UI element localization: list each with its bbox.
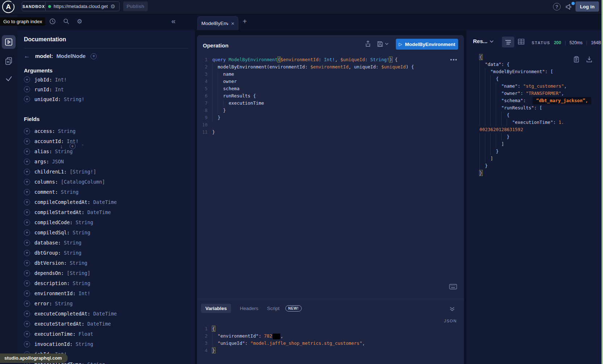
code-line[interactable]: { [480,54,599,61]
response-dropdown-chevron-icon[interactable] [490,40,494,43]
table-view-toggle[interactable] [518,39,524,45]
doc-field-row[interactable]: +args:JSON [24,156,190,167]
doc-field-row[interactable]: +dbtVersion:String [24,258,190,268]
code-line[interactable]: } [480,133,599,141]
code-line[interactable]: ] [480,141,599,148]
tab-headers[interactable]: Headers [240,306,258,311]
add-field-icon[interactable]: + [24,240,30,246]
code-line[interactable]: } [480,170,599,177]
code-line[interactable]: } [480,162,599,170]
tab-variables[interactable]: Variables [201,304,231,313]
raw-view-toggle[interactable] [502,37,514,47]
code-line[interactable]: "owner": "TRANSFORMER", [480,90,599,97]
code-line[interactable]: 1{ [197,325,451,332]
code-line[interactable]: "runResults": [ [480,104,599,112]
settings-gear-icon[interactable]: ⚙ [77,18,82,25]
code-line[interactable]: { [480,112,599,119]
collapse-panel-icon[interactable]: « [171,17,176,25]
code-line[interactable]: "executionTime": 1. [480,119,599,126]
add-field-icon[interactable]: + [24,169,30,175]
add-field-icon[interactable]: + [24,128,30,134]
tab-close-icon[interactable]: × [231,21,234,26]
add-field-icon[interactable]: + [24,270,30,276]
code-line[interactable]: 4} [197,347,451,354]
new-tab-icon[interactable]: + [243,17,247,26]
add-field-icon[interactable]: + [24,209,30,216]
code-line[interactable]: 3"uniqueId": "model.jaffle_shop_metrics.… [197,340,451,347]
schema-diff-rail-item[interactable] [5,57,13,66]
doc-field-row[interactable]: +description:String [24,278,190,288]
login-button[interactable]: Log in [575,1,599,12]
doc-field-row[interactable]: +runId:Int [24,84,190,94]
doc-field-row[interactable]: +dependsOn:[String] [24,268,190,278]
collapse-variables-icon[interactable] [449,306,455,311]
code-line[interactable]: "schema": “dbt_mary_jackson”, [480,97,599,104]
code-line[interactable]: 9} [197,114,451,121]
doc-field-row[interactable]: +executeCompletedAt:DateTime [24,309,190,319]
doc-field-row[interactable]: +compiledCode:String [24,217,190,227]
run-operation-button[interactable]: ▷ ModelByEnvironment [396,39,458,50]
code-line[interactable]: 3name [197,71,451,78]
add-field-icon[interactable]: + [24,280,30,286]
variables-editor[interactable]: 1{2"environmentId": 782,3"uniqueId": "mo… [197,325,451,354]
add-field-icon[interactable]: + [24,189,30,195]
doc-field-row[interactable]: +database:String [24,238,190,248]
code-line[interactable]: "data": { [480,61,599,68]
add-field-icon[interactable]: + [24,219,30,226]
add-field-icon[interactable]: + [24,138,30,145]
doc-field-row[interactable]: +access:String [24,126,190,136]
checks-rail-item[interactable] [5,75,13,82]
code-line[interactable]: { [480,75,599,83]
code-line[interactable]: 5schema [197,85,451,92]
doc-field-row[interactable]: +error:String [24,298,190,309]
code-line[interactable]: } [480,148,599,155]
code-line[interactable]: 10 [197,121,451,129]
response-json[interactable]: {"data": {"modelByEnvironment": [{"name"… [480,54,599,177]
code-line[interactable]: 8} [197,107,451,114]
add-field-icon[interactable]: + [24,179,30,185]
endpoint-settings-icon[interactable]: ⚙ [110,4,115,9]
doc-field-row[interactable]: +uniqueId:String! [24,94,190,104]
announcements-icon[interactable] [565,3,574,12]
add-field-icon[interactable]: + [24,199,30,205]
doc-field-row[interactable]: +dbtGroup:String [24,248,190,258]
tab-script[interactable]: Script [267,306,280,311]
code-line[interactable]: 1query ModelByEnvironment($environmentId… [197,56,451,63]
add-to-query-icon[interactable]: + [91,53,97,59]
save-icon[interactable] [377,41,389,47]
keyboard-shortcuts-icon[interactable] [449,284,457,289]
code-line[interactable]: 4owner [197,78,451,85]
code-line[interactable]: 11} [197,129,451,136]
editor-more-menu-icon[interactable]: ••• [450,57,458,63]
code-line[interactable]: "name": "stg_customers", [480,83,599,90]
endpoint-url-bar[interactable]: https://metadata.cloud.get ⚙ [45,1,120,11]
code-line[interactable]: 2modelByEnvironment(environmentId: $envi… [197,63,451,71]
endpoint-url[interactable]: https://metadata.cloud.get [54,4,108,9]
add-field-icon[interactable]: + [24,321,30,327]
doc-field-row[interactable]: +executeStartedAt:DateTime [24,319,190,329]
code-line[interactable]: 7executionTime [197,100,451,107]
add-field-icon[interactable]: + [24,159,30,165]
code-line[interactable]: 0023620128631592 [480,126,599,133]
add-field-icon[interactable]: + [24,341,30,347]
code-line[interactable]: "modelByEnvironment": [ [480,68,599,75]
doc-field-row[interactable]: +executionTime:Float [24,329,190,339]
history-icon[interactable] [49,18,56,25]
explorer-rail-item[interactable] [2,35,16,49]
operation-tab[interactable]: ModelByEnvi... × [197,16,238,30]
response-title[interactable]: Res... [473,38,487,44]
add-field-icon[interactable]: + [24,148,30,155]
add-field-icon[interactable]: + [24,331,30,337]
doc-field-row[interactable]: +columns:[CatalogColumn] [24,177,190,187]
add-field-icon[interactable]: + [24,86,30,92]
doc-field-row[interactable]: +compileStartedAt:DateTime [24,207,190,217]
doc-field-row[interactable]: +alias:String [24,146,190,156]
doc-type-name[interactable]: ModelNode [56,53,86,59]
add-field-icon[interactable]: + [24,290,30,297]
publish-button[interactable]: Publish [123,1,148,11]
doc-field-row[interactable]: +compileCompletedAt:DateTime [24,197,190,207]
add-field-icon[interactable]: + [24,311,30,317]
add-field-icon[interactable]: + [24,250,30,256]
doc-field-row[interactable]: +compiledSql:String [24,227,190,238]
doc-field-row[interactable]: +environmentId:Int! [24,288,190,298]
